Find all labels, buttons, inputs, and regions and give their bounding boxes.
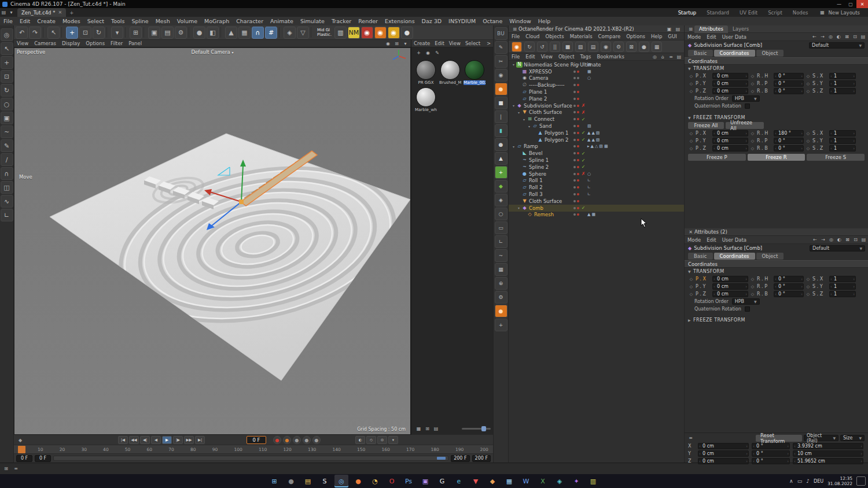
position-field[interactable]: 0 cm [712,276,748,282]
live-selection-icon[interactable]: ↖ [1,42,13,55]
object-manager-menu-item[interactable]: Object [556,54,578,60]
expand-toggle[interactable]: ▾ [511,103,516,108]
object-label[interactable]: Spline 1 [529,157,549,163]
edit-material-icon[interactable]: ✎ [433,49,441,57]
material-ball-icon[interactable]: ● [401,27,413,39]
scale-tool-icon[interactable]: ⊡ [79,27,91,39]
menu-item[interactable]: Octane [479,18,506,24]
expand-toggle[interactable]: ▾ [511,145,516,149]
excel-icon[interactable]: X [536,475,550,487]
viewport-menu-item[interactable]: Options [83,40,108,46]
editor-visibility-dot[interactable] [573,152,576,154]
toolbar-separator[interactable] [144,27,146,38]
pin-icon[interactable]: ⊡ [852,236,859,243]
rotation-field[interactable]: 0 ° [774,73,804,79]
camera-icon[interactable]: ◉ [495,69,507,82]
render-visibility-dot[interactable] [577,213,579,216]
freeze-s-button[interactable]: Freeze S [807,154,865,161]
close-button[interactable]: ✕ [856,0,868,8]
range-start-field[interactable]: 0 F [16,455,32,462]
render-visibility-dot[interactable] [577,193,579,195]
object-tags[interactable]: ▲▦ [587,212,597,217]
cinema4d-icon[interactable]: ◎ [334,475,348,487]
keyframe-dot[interactable]: ◇ [749,89,756,94]
frozen-scale-field[interactable]: 1 [829,145,856,151]
menu-item[interactable]: Simulate [297,18,328,24]
rotation-field[interactable]: 0 ° [752,450,790,457]
object-label[interactable]: Roll 3 [529,191,543,197]
render-visibility-dot[interactable] [577,98,579,100]
back-icon[interactable]: ← [811,236,819,243]
material-item[interactable]: PR GGX [415,60,437,85]
menu-item[interactable]: Animate [267,18,297,24]
object-tree-item[interactable]: ▾ N Nikomedias Scene Rig Ultimate ▤ [509,61,684,68]
rotation-field[interactable]: 0 ° [774,291,804,297]
search-icon[interactable]: ● [284,475,298,487]
filter-icon[interactable]: ≡ [667,53,675,61]
keyframe-dot[interactable]: ◇ [805,292,811,297]
object-label[interactable]: Camera [529,75,548,81]
menu-item[interactable]: Volume [174,18,201,24]
size-field[interactable]: 10 cm [793,450,863,457]
object-tags[interactable]: ○ [587,76,592,80]
record-keyframe-icon[interactable]: ● [273,436,281,444]
editor-visibility-dot[interactable] [573,64,576,66]
maximize-button[interactable]: ▢ [845,0,856,8]
redo-icon[interactable]: ↷ [29,27,41,39]
object-tags[interactable]: ∟ [587,178,592,183]
wrench-icon[interactable]: ⚙ [495,291,507,304]
tab-object[interactable]: Object [756,50,784,57]
layout-tab[interactable]: Startup [678,10,697,16]
expand-toggle[interactable]: ▾ [527,124,532,128]
unfreeze-all-button[interactable]: Unfreeze All [726,122,764,129]
toolbar-separator[interactable] [311,27,314,38]
position-field[interactable]: 0 cm [712,80,748,87]
object-label[interactable]: Polygon 2 [545,137,569,143]
keyframe-dot[interactable]: ◇ [688,131,694,136]
more-menu-icon[interactable]: > [487,40,493,46]
compare-icon[interactable]: ◐ [836,236,843,243]
menu-item[interactable]: INSYDIUM [445,18,479,24]
toolbar-separator[interactable] [61,27,64,38]
search-icon[interactable]: ◎ [651,53,659,61]
position-field[interactable]: 0 cm [698,443,749,449]
position-field[interactable]: 0 cm [712,88,748,94]
medium-thumbs-icon[interactable]: ⊞ [424,425,431,432]
menu-item[interactable]: Daz 3D [418,18,446,24]
goto-start-icon[interactable]: |◀ [118,436,128,444]
keyframe-dot[interactable]: ◇ [805,284,811,289]
rotation-field[interactable]: 0 ° [752,443,790,449]
home-icon[interactable]: ⌂ [659,53,667,61]
object-label[interactable]: Subdivision Surface [524,103,572,109]
object-label[interactable]: Bevel [529,150,543,156]
live-selection-icon[interactable]: ↖ [47,27,60,39]
object-tree-item[interactable]: ▱ Roll 2 ∟ [509,184,684,191]
pin-icon[interactable]: ⊡ [851,33,859,40]
freeze-p-button[interactable]: Freeze P [688,154,746,161]
timeline-ruler[interactable]: 0 10 20 30 40 50 60 70 80 90 100 11 [14,445,493,454]
preview-start-field[interactable]: 0 F [35,455,51,462]
attributes-menu-item[interactable]: Mode [685,237,704,243]
frozen-position-field[interactable]: 0 cm [712,130,748,136]
size-field[interactable]: 3.9392 cm [793,443,863,449]
enable-toggle[interactable]: ✗ [580,103,586,108]
object-manager-menu-item[interactable]: Edit [523,54,538,60]
object-label[interactable]: Ramp [524,143,538,149]
display-icon[interactable]: ▭ [797,478,803,484]
view-options-icon[interactable]: ▾ [402,40,409,47]
new-material-icon[interactable]: ● [193,27,205,39]
app-icon[interactable]: ◆ [486,475,499,487]
pause-icon[interactable]: || [550,42,560,52]
region-render-icon[interactable]: ▧ [575,42,586,52]
object-tree-item[interactable]: ▦ XPRESSO ▦ [509,68,684,75]
octane-live-icon[interactable]: ◉ [374,27,387,39]
keyframe-dot[interactable]: ◇ [805,131,811,136]
prev-key-icon[interactable]: ◀◀ [129,436,139,444]
forward-icon[interactable]: → [819,236,827,243]
menu-item[interactable]: Modes [59,18,84,24]
menu-item[interactable]: Mesh [152,18,174,24]
scissors-icon[interactable]: ✂ [495,55,507,68]
start-button[interactable]: ⊞ [267,475,281,487]
enable-toggle[interactable]: ✗ [580,171,586,176]
viewport-menu-item[interactable]: Display [59,40,83,46]
